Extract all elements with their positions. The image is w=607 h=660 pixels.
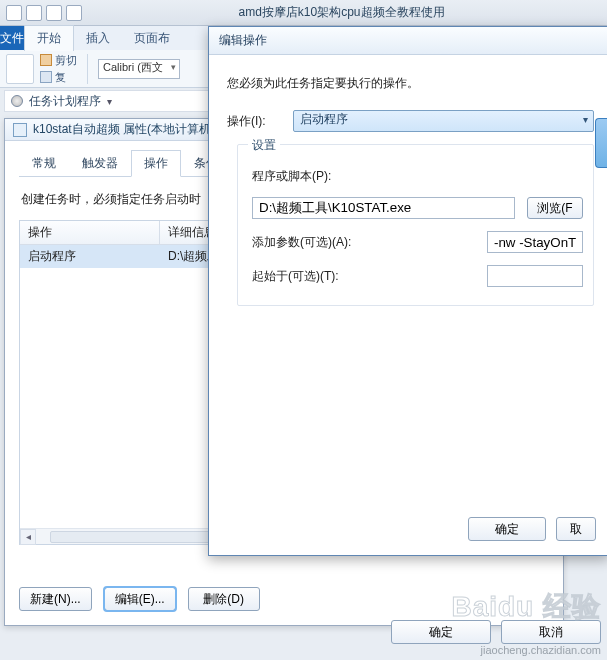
cell-action: 启动程序 bbox=[20, 245, 160, 268]
scroll-left-arrow[interactable]: ◂ bbox=[20, 529, 36, 545]
quick-access-toolbar bbox=[6, 5, 82, 21]
new-button[interactable]: 新建(N)... bbox=[19, 587, 92, 611]
tab-actions[interactable]: 操作 bbox=[131, 150, 181, 177]
qat-icon[interactable] bbox=[46, 5, 62, 21]
tab-general[interactable]: 常规 bbox=[19, 150, 69, 177]
qat-icon[interactable] bbox=[66, 5, 82, 21]
script-row: 浏览(F bbox=[252, 197, 583, 219]
dialog-button-row: 确定 取 bbox=[468, 517, 596, 541]
chevron-down-icon: ▾ bbox=[107, 96, 112, 107]
qat-icon[interactable] bbox=[6, 5, 22, 21]
settings-group: 设置 程序或脚本(P): 浏览(F 添加参数(可选)(A): 起始于(可选)(T… bbox=[237, 144, 594, 306]
copy-button[interactable]: 复 bbox=[40, 70, 77, 85]
startin-label: 起始于(可选)(T): bbox=[252, 268, 370, 285]
scissors-icon bbox=[40, 54, 52, 66]
window-title: amd按摩店k10架构cpu超频全教程使用 bbox=[82, 4, 601, 21]
paste-button[interactable] bbox=[6, 54, 34, 84]
copy-icon bbox=[40, 71, 52, 83]
dialog-cancel-button[interactable]: 取 bbox=[556, 517, 596, 541]
tab-insert[interactable]: 插入 bbox=[74, 26, 122, 51]
edit-action-dialog: 编辑操作 您必须为此任务指定要执行的操作。 操作(I): 启动程序 设置 程序或… bbox=[208, 26, 607, 556]
file-tab[interactable]: 文件 bbox=[0, 26, 24, 50]
qat-icon[interactable] bbox=[26, 5, 42, 21]
group-title: 设置 bbox=[248, 137, 280, 154]
script-label: 程序或脚本(P): bbox=[252, 168, 583, 185]
edit-button[interactable]: 编辑(E)... bbox=[104, 587, 176, 611]
actions-button-row: 新建(N)... 编辑(E)... 删除(D) bbox=[19, 587, 260, 611]
ok-button[interactable]: 确定 bbox=[391, 620, 491, 644]
properties-footer-buttons: 确定 取消 bbox=[391, 620, 601, 644]
args-input[interactable] bbox=[487, 231, 583, 253]
cut-button[interactable]: 剪切 bbox=[40, 53, 77, 68]
watermark-url: jiaocheng.chazidian.com bbox=[481, 644, 601, 656]
tab-layout[interactable]: 页面布 bbox=[122, 26, 182, 51]
task-scheduler-label: 任务计划程序 bbox=[29, 93, 101, 110]
delete-button[interactable]: 删除(D) bbox=[188, 587, 260, 611]
clock-icon bbox=[11, 95, 23, 107]
window-titlebar: amd按摩店k10架构cpu超频全教程使用 bbox=[0, 0, 607, 26]
action-row: 操作(I): 启动程序 bbox=[227, 110, 594, 132]
side-panel-sliver[interactable] bbox=[595, 118, 607, 168]
tab-home[interactable]: 开始 bbox=[24, 25, 74, 51]
col-action[interactable]: 操作 bbox=[20, 221, 160, 244]
action-select[interactable]: 启动程序 bbox=[293, 110, 594, 132]
cancel-button[interactable]: 取消 bbox=[501, 620, 601, 644]
separator bbox=[87, 54, 88, 84]
font-family-select[interactable]: Calibri (西文 bbox=[98, 59, 180, 79]
clipboard-group: 剪切 复 bbox=[40, 53, 77, 85]
args-row: 添加参数(可选)(A): bbox=[252, 231, 583, 253]
tab-triggers[interactable]: 触发器 bbox=[69, 150, 131, 177]
dialog-titlebar: 编辑操作 bbox=[209, 27, 607, 55]
args-label: 添加参数(可选)(A): bbox=[252, 234, 370, 251]
dialog-instruction: 您必须为此任务指定要执行的操作。 bbox=[227, 75, 594, 92]
action-label: 操作(I): bbox=[227, 113, 285, 130]
browse-button[interactable]: 浏览(F bbox=[527, 197, 583, 219]
dialog-ok-button[interactable]: 确定 bbox=[468, 517, 546, 541]
properties-title: k10stat自动超频 属性(本地计算机 bbox=[33, 121, 211, 138]
startin-input[interactable] bbox=[487, 265, 583, 287]
startin-row: 起始于(可选)(T): bbox=[252, 265, 583, 287]
clock-icon bbox=[13, 123, 27, 137]
script-input[interactable] bbox=[252, 197, 515, 219]
